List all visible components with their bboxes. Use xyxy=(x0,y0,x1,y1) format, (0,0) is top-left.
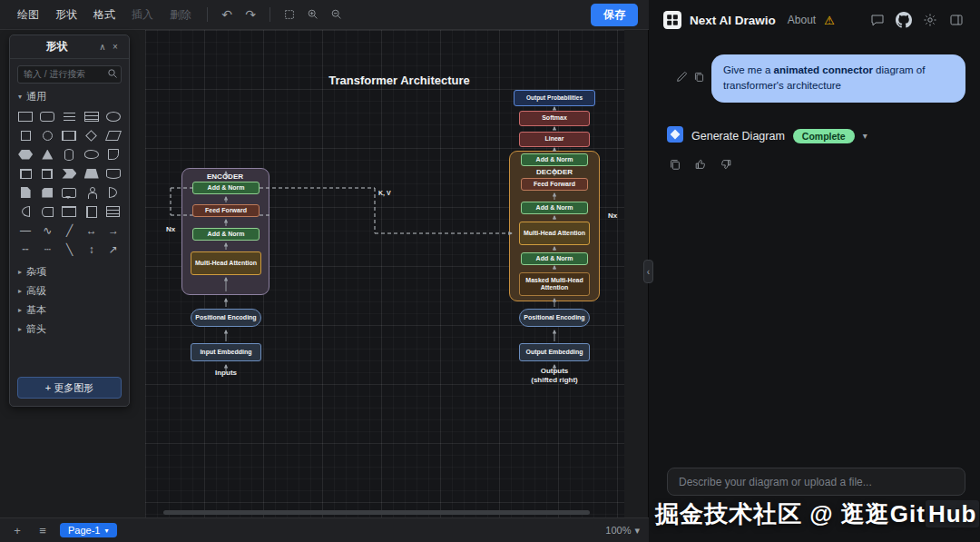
shape-list-box[interactable] xyxy=(103,202,124,222)
shape-ellipse[interactable] xyxy=(103,107,124,126)
shape-rounded-rectangle[interactable] xyxy=(36,107,58,126)
inputs-label[interactable]: Inputs xyxy=(194,369,258,378)
menu-item[interactable]: 绘图 xyxy=(11,5,45,25)
menu-item[interactable]: 格式 xyxy=(87,5,122,25)
shape-parallelogram[interactable] xyxy=(103,126,124,145)
shape-data-storage[interactable] xyxy=(36,202,58,222)
shape-process[interactable] xyxy=(58,126,80,145)
thumbs-down-icon[interactable] xyxy=(720,158,732,174)
node-add-norm[interactable]: Add & Norm xyxy=(521,252,588,265)
save-button[interactable]: 保存 xyxy=(591,4,638,26)
shapes-section[interactable]: ▸ 杂项 xyxy=(10,262,129,281)
shape-arrow[interactable]: → xyxy=(103,222,124,241)
copy-response-icon[interactable] xyxy=(669,158,681,174)
shape-cylinder[interactable] xyxy=(58,145,80,164)
shape-actor[interactable] xyxy=(81,183,103,202)
node-positional-encoding[interactable]: Positional Encoding xyxy=(191,309,261,327)
node-add-norm[interactable]: Add & Norm xyxy=(521,202,588,214)
node-masked-multi-head-attention[interactable]: Masked Multi-Head Attention xyxy=(519,272,590,296)
chevron-down-icon[interactable]: ▾ xyxy=(863,131,867,141)
node-softmax[interactable]: Softmax xyxy=(519,111,590,126)
copy-message-icon[interactable] xyxy=(693,70,705,86)
zoom-control[interactable]: 100% ▾ xyxy=(605,525,640,537)
node-linear[interactable]: Linear xyxy=(519,132,590,147)
shape-triangle[interactable] xyxy=(36,145,58,164)
minimize-icon[interactable]: ∧ xyxy=(96,42,109,52)
shape-hexagon[interactable] xyxy=(15,145,36,164)
undo-icon[interactable]: ↶ xyxy=(217,5,237,25)
shape-diamond[interactable] xyxy=(81,126,103,145)
shape-vertical-arrow[interactable]: ↕ xyxy=(81,241,103,260)
nx-label-right[interactable]: Nx xyxy=(603,212,622,221)
node-add-norm[interactable]: Add & Norm xyxy=(192,182,260,194)
shape-curve[interactable]: ∿ xyxy=(36,222,58,241)
shape-container[interactable] xyxy=(58,202,80,222)
feedback-icon[interactable] xyxy=(868,11,887,29)
shape-search-input[interactable] xyxy=(17,65,122,84)
node-multi-head-attention[interactable]: Multi-Head Attention xyxy=(519,222,590,245)
shapes-section[interactable]: ▸ 箭头 xyxy=(10,320,129,339)
shape-bidirectional-arrow[interactable]: ↔ xyxy=(81,222,103,241)
shape-rectangle[interactable] xyxy=(15,107,36,126)
thumbs-up-icon[interactable] xyxy=(694,158,707,174)
node-output-probabilities[interactable]: Output Probabilities xyxy=(514,90,595,106)
warning-icon[interactable]: ⚠ xyxy=(824,14,835,27)
shape-dashed-line[interactable]: ╌ xyxy=(15,241,36,260)
shapes-section[interactable]: ▸ 高级 xyxy=(10,281,129,301)
shape-step[interactable] xyxy=(58,164,80,183)
shape-cloud[interactable] xyxy=(81,145,103,164)
panel-collapse-handle[interactable]: ‹ xyxy=(643,260,653,283)
encoder-label[interactable]: ENCODER xyxy=(189,172,261,181)
nx-label-left[interactable]: Nx xyxy=(162,225,180,234)
node-positional-encoding[interactable]: Positional Encoding xyxy=(519,309,590,327)
add-page-icon[interactable]: + xyxy=(9,524,25,537)
kv-edge-label[interactable]: K, V xyxy=(378,190,400,198)
panel-toggle-icon[interactable] xyxy=(947,11,965,29)
close-icon[interactable]: × xyxy=(109,42,122,52)
node-multi-head-attention[interactable]: Multi-Head Attention xyxy=(191,251,261,275)
section-general[interactable]: ▾ 通用 xyxy=(10,87,129,106)
zoom-fit-icon[interactable] xyxy=(279,5,299,25)
node-feed-forward[interactable]: Feed Forward xyxy=(521,178,588,191)
diagram-title[interactable]: Transformer Architecture xyxy=(322,74,476,87)
shapes-section[interactable]: ▸ 基本 xyxy=(10,301,129,320)
chat-input[interactable] xyxy=(667,468,965,496)
node-output-embedding[interactable]: Output Embedding xyxy=(519,343,590,361)
shape-diagonal-line[interactable]: ╱ xyxy=(58,222,80,241)
shape-diagonal-arrow[interactable]: ↗ xyxy=(103,241,124,260)
outputs-label[interactable]: Outputs (shifted right) xyxy=(514,367,595,385)
shape-cube[interactable] xyxy=(36,164,58,183)
more-shapes-button[interactable]: + 更多图形 xyxy=(17,377,122,399)
edit-message-icon[interactable] xyxy=(676,70,688,86)
shape-circle[interactable] xyxy=(36,126,58,145)
diagram-canvas[interactable]: Transformer Architecture xyxy=(145,30,624,517)
shape-unordered-list[interactable] xyxy=(81,107,103,126)
zoom-in-icon[interactable] xyxy=(303,5,323,25)
shape-text[interactable] xyxy=(58,107,80,126)
shape-square[interactable] xyxy=(15,126,36,145)
shape-note[interactable] xyxy=(15,183,36,202)
generate-diagram-row[interactable]: Generate Diagram Complete ▾ xyxy=(667,126,965,146)
shape-and[interactable] xyxy=(15,202,36,222)
redo-icon[interactable]: ↷ xyxy=(240,5,260,25)
node-add-norm[interactable]: Add & Norm xyxy=(192,228,260,241)
zoom-out-icon[interactable] xyxy=(327,5,347,25)
decoder-label[interactable]: DECODER xyxy=(518,168,591,176)
shape-diagonal-line-2[interactable]: ╲ xyxy=(58,241,80,260)
shape-internal-storage[interactable] xyxy=(15,164,36,183)
node-feed-forward[interactable]: Feed Forward xyxy=(192,204,260,217)
shape-dotted-line[interactable]: ┄ xyxy=(36,241,58,260)
shape-document[interactable] xyxy=(103,145,124,164)
github-icon[interactable] xyxy=(895,11,913,29)
pages-list-icon[interactable]: ≡ xyxy=(34,524,51,537)
node-add-norm[interactable]: Add & Norm xyxy=(521,153,588,166)
menu-item[interactable]: 形状 xyxy=(49,5,83,25)
about-link[interactable]: About xyxy=(788,14,816,26)
page-tab[interactable]: Page-1 ▾ xyxy=(60,523,117,537)
shape-vertical-container[interactable] xyxy=(81,202,103,222)
shape-callout[interactable] xyxy=(58,183,80,202)
shape-line[interactable]: — xyxy=(15,222,36,241)
horizontal-scrollbar[interactable] xyxy=(163,510,590,515)
shape-trapezoid[interactable] xyxy=(81,164,103,183)
settings-gear-icon[interactable] xyxy=(921,11,939,29)
